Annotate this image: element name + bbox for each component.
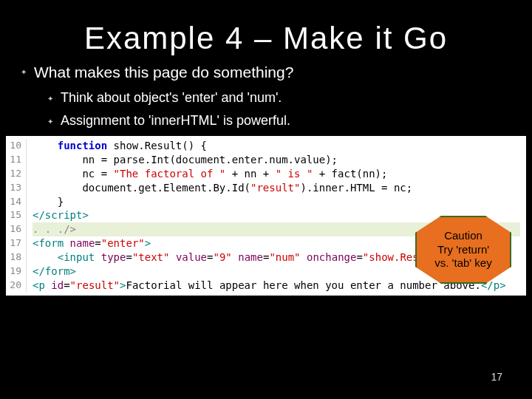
bullet-text: What makes this page do something? xyxy=(34,64,293,81)
bullet-level2: ✦ Assignment to 'innerHTML' is powerful. xyxy=(47,113,511,129)
line-number: 16 xyxy=(6,222,21,236)
line-number: 19 xyxy=(6,265,21,279)
slide-number: 17 xyxy=(491,371,502,383)
bullet-text: Assignment to 'innerHTML' is powerful. xyxy=(61,113,290,129)
code-line: nn = parse.Int(document.enter.num.value)… xyxy=(33,153,520,167)
line-number: 17 xyxy=(6,236,21,250)
line-number: 11 xyxy=(6,153,21,167)
line-number: 10 xyxy=(6,139,21,153)
bullet-icon: ✦ xyxy=(47,117,53,126)
line-number: 14 xyxy=(6,195,21,209)
bullet-list: ✦ What makes this page do something? ✦ T… xyxy=(0,56,532,129)
footer-course: CT 310 - Web Development, Colorado State… xyxy=(33,371,230,380)
bullet-icon: ✦ xyxy=(47,95,53,103)
line-number: 15 xyxy=(6,208,21,222)
footer-date: December 17, 2021 xyxy=(395,371,467,380)
caution-callout: Caution Try 'return' vs. 'tab' key xyxy=(415,216,511,284)
bullet-level2: ✦ Think about object's 'enter' and 'num'… xyxy=(47,90,511,106)
code-line: function show.Result() { xyxy=(33,139,520,153)
octagon-shape: Caution Try 'return' vs. 'tab' key xyxy=(415,216,511,284)
code-line: document.get.Element.By.Id("result").inn… xyxy=(33,181,520,195)
bullet-level1: ✦ What makes this page do something? xyxy=(21,64,511,81)
line-gutter: 1011121314151617181920 xyxy=(6,139,27,293)
line-number: 18 xyxy=(6,250,21,265)
callout-line: Caution xyxy=(444,229,482,243)
line-number: 12 xyxy=(6,167,21,181)
bullet-text: Think about object's 'enter' and 'num'. xyxy=(61,90,282,106)
line-number: 13 xyxy=(6,181,21,195)
code-line: nc = "The factoral of " + nn + " is " + … xyxy=(33,167,520,181)
callout-line: Try 'return' xyxy=(437,243,489,257)
slide-title: Example 4 – Make it Go xyxy=(0,0,532,56)
bullet-icon: ✦ xyxy=(21,68,27,76)
code-line: } xyxy=(33,195,520,209)
line-number: 20 xyxy=(6,279,21,293)
callout-line: vs. 'tab' key xyxy=(434,256,491,270)
